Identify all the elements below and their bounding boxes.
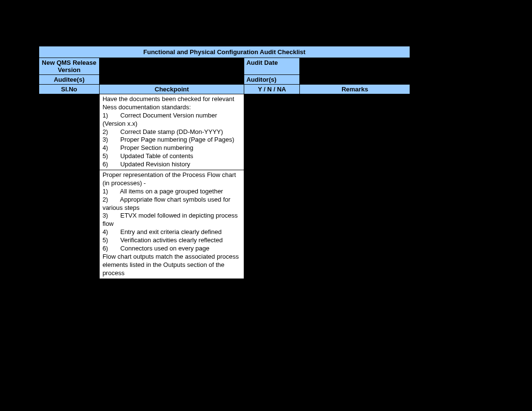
- document-title: Functional and Physical Configuration Au…: [39, 46, 410, 58]
- checklist-container: Functional and Physical Configuration Au…: [39, 46, 410, 279]
- slno-cell[interactable]: [39, 170, 100, 279]
- auditor-label: Auditor(s): [244, 75, 300, 85]
- header-checkpoint: Checkpoint: [99, 85, 244, 94]
- audit-date-label: Audit Date: [244, 58, 300, 75]
- table-row: Proper representation of the Process Flo…: [39, 170, 410, 279]
- header-slno: Sl.No: [39, 85, 100, 94]
- checklist-table: Functional and Physical Configuration Au…: [39, 46, 410, 279]
- qms-version-label: New QMS Release Version: [39, 58, 100, 75]
- yn-cell[interactable]: [244, 94, 300, 170]
- remarks-cell[interactable]: [300, 170, 410, 279]
- remarks-cell[interactable]: [300, 94, 410, 170]
- auditee-value[interactable]: [99, 75, 244, 85]
- checkpoint-cell: Proper representation of the Process Flo…: [99, 170, 244, 279]
- auditee-label: Auditee(s): [39, 75, 100, 85]
- header-remarks: Remarks: [300, 85, 410, 94]
- auditor-value[interactable]: [300, 75, 410, 85]
- header-yn: Y / N / NA: [244, 85, 300, 94]
- checkpoint-cell: Have the documents been checked for rele…: [99, 94, 244, 170]
- table-row: Have the documents been checked for rele…: [39, 94, 410, 170]
- yn-cell[interactable]: [244, 170, 300, 279]
- audit-date-value[interactable]: [300, 58, 410, 75]
- slno-cell[interactable]: [39, 94, 100, 170]
- qms-version-value[interactable]: [99, 58, 244, 75]
